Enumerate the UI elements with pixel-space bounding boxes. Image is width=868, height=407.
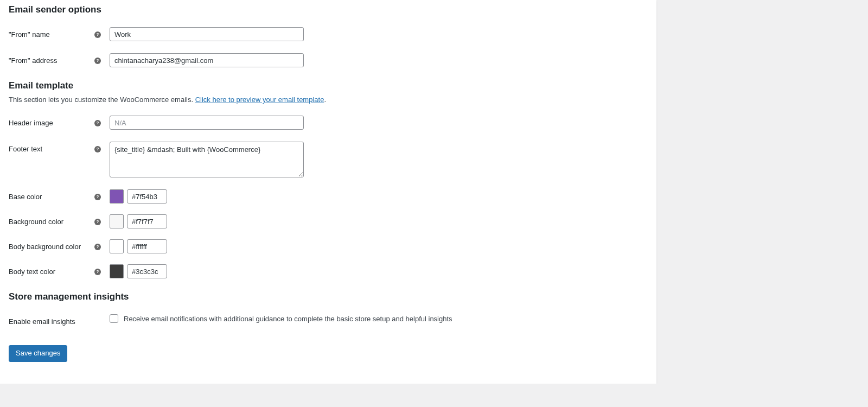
header-image-input[interactable] bbox=[110, 116, 304, 130]
background-color-input[interactable] bbox=[127, 214, 167, 228]
enable-insights-checkbox[interactable] bbox=[110, 314, 118, 323]
row-base-color: Base color ? bbox=[9, 189, 648, 204]
label-background-color: Background color bbox=[9, 218, 90, 226]
footer-text-textarea[interactable]: {site_title} &mdash; Built with {WooComm… bbox=[110, 142, 304, 177]
enable-insights-description: Receive email notifications with additio… bbox=[124, 315, 452, 323]
label-from-address: "From" address bbox=[9, 56, 90, 65]
body-background-color-input[interactable] bbox=[127, 239, 167, 253]
label-body-background-color: Body background color bbox=[9, 243, 90, 251]
help-icon[interactable]: ? bbox=[94, 120, 101, 126]
label-header-image: Header image bbox=[9, 119, 90, 127]
template-desc-suffix: . bbox=[324, 96, 326, 104]
preview-template-link[interactable]: Click here to preview your email templat… bbox=[195, 96, 324, 104]
help-icon[interactable]: ? bbox=[94, 31, 101, 38]
label-base-color: Base color bbox=[9, 193, 90, 201]
label-from-name: "From" name bbox=[9, 30, 90, 39]
help-icon[interactable]: ? bbox=[94, 219, 101, 225]
save-button[interactable]: Save changes bbox=[9, 345, 67, 362]
row-from-address: "From" address ? bbox=[9, 53, 648, 67]
template-desc-prefix: This section lets you customize the WooC… bbox=[9, 96, 195, 104]
row-background-color: Background color ? bbox=[9, 214, 648, 228]
section-title-insights: Store management insights bbox=[9, 291, 648, 302]
label-footer-text: Footer text bbox=[9, 145, 90, 153]
base-color-swatch[interactable] bbox=[110, 189, 124, 204]
row-body-background-color: Body background color ? bbox=[9, 239, 648, 253]
help-icon[interactable]: ? bbox=[94, 269, 101, 275]
base-color-input[interactable] bbox=[127, 189, 167, 204]
section-title-template: Email template bbox=[9, 80, 648, 91]
background-color-swatch[interactable] bbox=[110, 214, 124, 228]
body-text-color-swatch[interactable] bbox=[110, 264, 124, 278]
section-title-sender: Email sender options bbox=[9, 4, 648, 15]
body-background-color-swatch[interactable] bbox=[110, 239, 124, 253]
row-footer-text: Footer text ? {site_title} &mdash; Built… bbox=[9, 142, 648, 177]
help-icon[interactable]: ? bbox=[94, 244, 101, 250]
template-description: This section lets you customize the WooC… bbox=[9, 96, 648, 104]
row-header-image: Header image ? bbox=[9, 116, 648, 130]
help-icon[interactable]: ? bbox=[94, 146, 101, 152]
from-address-input[interactable] bbox=[110, 53, 304, 67]
row-from-name: "From" name ? bbox=[9, 27, 648, 41]
label-body-text-color: Body text color bbox=[9, 268, 90, 276]
row-enable-insights: Enable email insights Receive email noti… bbox=[9, 314, 648, 326]
help-icon[interactable]: ? bbox=[94, 194, 101, 200]
from-name-input[interactable] bbox=[110, 27, 304, 41]
label-enable-insights: Enable email insights bbox=[9, 317, 104, 326]
row-body-text-color: Body text color ? bbox=[9, 264, 648, 278]
body-text-color-input[interactable] bbox=[127, 264, 167, 278]
help-icon[interactable]: ? bbox=[94, 58, 101, 64]
